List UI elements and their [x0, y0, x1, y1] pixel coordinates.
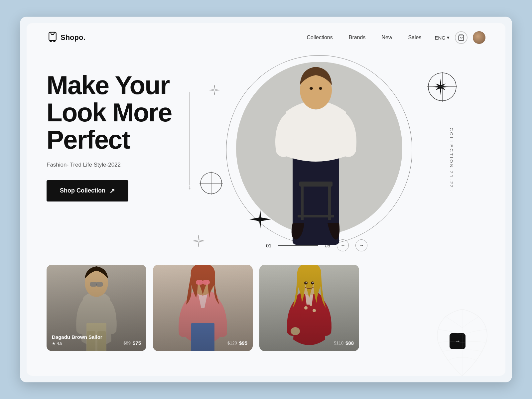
hero-title: Make Your Look More Perfect	[47, 72, 219, 154]
chevron-down-icon: ▾	[447, 35, 450, 41]
bottom-next-button[interactable]: →	[450, 333, 466, 349]
cart-icon	[458, 34, 465, 41]
product-overlay-2	[153, 265, 253, 351]
hero-title-line2: Look More	[47, 98, 172, 127]
hero-image-area: COLLECTION 21-22 01 05 ← →	[219, 59, 485, 258]
svg-rect-17	[298, 215, 334, 217]
hero-title-line3: Perfect	[47, 125, 130, 154]
price-new-1: $75	[133, 340, 141, 346]
logo-text: Shopo.	[61, 33, 85, 42]
nav-item-collections[interactable]: Collections	[307, 35, 332, 41]
product-overlay-3	[259, 265, 359, 351]
product-rating-1: ★ 4.8	[52, 341, 102, 346]
logo-icon	[47, 32, 59, 44]
hero-content: Make Your Look More Perfect Fashion- Tre…	[47, 59, 219, 258]
svg-rect-0	[49, 32, 56, 41]
hero-subtitle: Fashion- Tred Life Style-2022	[47, 162, 219, 168]
nav-link-collections[interactable]: Collections	[307, 35, 332, 40]
bottom-starburst-icon	[249, 208, 271, 231]
star-icon-1: ★	[52, 341, 56, 346]
navbar: Shopo. Collections Brands New Sales ENG	[27, 23, 505, 52]
hero-section: Make Your Look More Perfect Fashion- Tre…	[27, 52, 505, 258]
decorative-vertical-line	[190, 92, 190, 185]
nav-item-new[interactable]: New	[381, 35, 392, 41]
price-old-2: $120	[227, 340, 237, 345]
svg-point-1	[50, 40, 52, 42]
nav-link-sales[interactable]: Sales	[408, 35, 421, 40]
product-price-3: $110 $88	[334, 340, 354, 346]
avatar-image	[473, 31, 485, 44]
price-new-2: $95	[239, 340, 247, 346]
nav-link-new[interactable]: New	[381, 35, 392, 40]
svg-point-2	[53, 40, 55, 42]
bottom-next-icon: →	[455, 338, 461, 345]
product-price-2: $120 $95	[227, 340, 247, 346]
shop-collection-button[interactable]: Shop Collection ↗	[47, 180, 128, 201]
logo[interactable]: Shopo.	[47, 32, 85, 44]
svg-point-12	[310, 87, 313, 90]
shop-btn-label: Shop Collection	[60, 187, 105, 194]
price-old-3: $110	[334, 340, 343, 345]
products-section: Dagadu Brown Sailor ★ 4.8 $89 $75	[27, 258, 505, 364]
price-new-3: $88	[345, 340, 354, 346]
cart-button[interactable]	[455, 31, 467, 44]
nav-links: Collections Brands New Sales	[307, 35, 421, 41]
product-card-3[interactable]: $110 $88	[259, 265, 359, 351]
nav-item-sales[interactable]: Sales	[408, 35, 421, 41]
shop-btn-arrow: ↗	[109, 187, 115, 195]
svg-rect-14	[299, 182, 332, 187]
price-old-1: $89	[123, 340, 131, 345]
nav-item-brands[interactable]: Brands	[349, 35, 366, 41]
nav-icons: ENG ▾	[435, 31, 485, 44]
pagination-line	[278, 245, 318, 246]
hero-title-line1: Make Your	[47, 70, 169, 100]
nav-link-brands[interactable]: Brands	[349, 35, 366, 40]
language-label: ENG	[435, 35, 446, 41]
product-card-2[interactable]: $120 $95	[153, 265, 253, 351]
crosshair-circle-right	[427, 72, 457, 102]
product-info-1: Dagadu Brown Sailor ★ 4.8	[52, 334, 102, 346]
collection-label: COLLECTION 21-22	[449, 128, 454, 189]
product-card-1[interactable]: Dagadu Brown Sailor ★ 4.8 $89 $75	[47, 265, 146, 351]
product-name-1: Dagadu Brown Sailor	[52, 334, 102, 340]
decorative-arrow-down: ↓	[188, 183, 191, 191]
svg-point-13	[319, 87, 322, 90]
language-selector[interactable]: ENG ▾	[435, 35, 450, 41]
product-price-1: $89 $75	[123, 340, 141, 346]
user-avatar[interactable]	[473, 31, 485, 44]
